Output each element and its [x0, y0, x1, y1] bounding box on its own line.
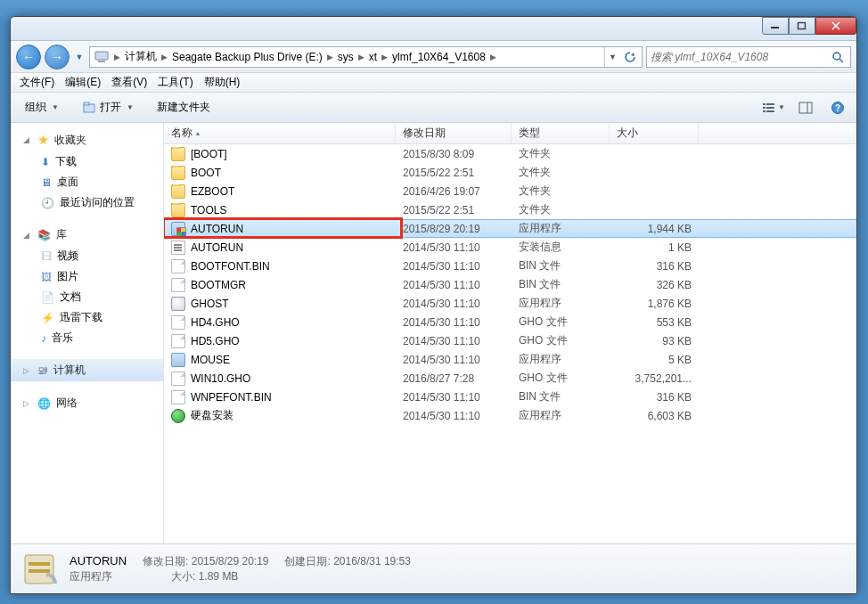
file-date: 2015/5/22 2:51 [396, 167, 512, 179]
crumb-drive[interactable]: Seagate Backup Plus Drive (E:) [170, 51, 324, 63]
chevron-down-icon: ▼ [52, 103, 59, 111]
file-type: 应用程序 [512, 352, 610, 367]
file-row[interactable]: HD5.GHO2014/5/30 11:10GHO 文件93 KB [164, 331, 856, 350]
svg-rect-10 [763, 107, 766, 109]
search-box[interactable] [646, 46, 851, 68]
file-name: WNPEFONT.BIN [191, 391, 272, 404]
clock-icon: 🕘 [41, 197, 54, 209]
document-icon: 📄 [41, 291, 54, 304]
search-input[interactable] [651, 51, 829, 63]
file-date: 2014/5/30 11:10 [396, 410, 512, 422]
column-size[interactable]: 大小 [610, 123, 699, 143]
address-dropdown[interactable]: ▼ [604, 47, 620, 67]
column-type[interactable]: 类型 [512, 123, 610, 143]
breadcrumb[interactable]: ▶ 计算机 ▶ Seagate Backup Plus Drive (E:) ▶… [89, 46, 643, 68]
file-size: 6,603 KB [610, 410, 699, 422]
navigation-sidebar[interactable]: ◢ ★ 收藏夹 ⬇下载 🖥桌面 🕘最近访问的位置 ◢ 📚 库 🎞视频 🖼图片 📄… [11, 123, 164, 543]
history-dropdown[interactable]: ▼ [73, 47, 86, 67]
file-name: MOUSE [191, 354, 230, 366]
file-row[interactable]: [BOOT]2015/8/30 8:09文件夹 [164, 144, 856, 163]
file-row[interactable]: TOOLS2015/5/22 2:51文件夹 [164, 200, 856, 219]
chevron-right-icon: ▶ [159, 53, 170, 61]
file-list-pane: 名称▴ 修改日期 类型 大小 [BOOT]2015/8/30 8:09文件夹BO… [164, 123, 856, 543]
window-controls [762, 17, 856, 35]
file-name: GHOST [191, 298, 229, 310]
sort-caret-icon: ▴ [196, 129, 200, 137]
computer-icon: 🖳 [37, 364, 48, 377]
file-row[interactable]: 硬盘安装2014/5/30 11:10应用程序6,603 KB [164, 406, 856, 425]
crumb-computer[interactable]: 计算机 [123, 49, 159, 64]
sidebar-item-xunlei[interactable]: ⚡迅雷下载 [11, 307, 163, 328]
crumb-xt[interactable]: xt [367, 51, 379, 63]
sidebar-item-video[interactable]: 🎞视频 [11, 246, 163, 266]
sidebar-item-documents[interactable]: 📄文档 [11, 287, 163, 307]
back-button[interactable]: ← [16, 45, 41, 69]
svg-rect-14 [799, 102, 812, 113]
organize-button[interactable]: 组织▼ [18, 97, 66, 118]
file-row[interactable]: WIN10.GHO2016/8/27 7:28GHO 文件3,752,201..… [164, 369, 856, 388]
help-button[interactable]: ? [826, 98, 849, 118]
file-type: 应用程序 [512, 296, 610, 311]
file-type: GHO 文件 [512, 371, 610, 386]
file-icon [171, 278, 185, 292]
search-icon[interactable] [829, 51, 847, 63]
folder-icon [171, 166, 185, 180]
file-row[interactable]: MOUSE2014/5/30 11:10应用程序5 KB [164, 350, 856, 369]
file-icon [171, 334, 185, 348]
maximize-button[interactable] [789, 17, 815, 35]
file-row[interactable]: BOOTMGR2014/5/30 11:10BIN 文件326 KB [164, 275, 856, 294]
forward-button[interactable]: → [45, 45, 70, 69]
file-row[interactable]: AUTORUN2014/5/30 11:10安装信息1 KB [164, 238, 856, 257]
minimize-button[interactable] [762, 17, 789, 35]
sidebar-item-downloads[interactable]: ⬇下载 [11, 151, 163, 172]
column-date[interactable]: 修改日期 [396, 123, 512, 143]
file-date: 2014/5/30 11:10 [396, 335, 512, 347]
menu-view[interactable]: 查看(V) [106, 73, 152, 92]
file-date: 2015/8/29 20:19 [396, 223, 512, 235]
file-row[interactable]: BOOTFONT.BIN2014/5/30 11:10BIN 文件316 KB [164, 257, 856, 275]
menu-edit[interactable]: 编辑(E) [60, 73, 106, 92]
sidebar-item-pictures[interactable]: 🖼图片 [11, 266, 163, 287]
file-row[interactable]: WNPEFONT.BIN2014/5/30 11:10BIN 文件316 KB [164, 388, 856, 406]
sidebar-network[interactable]: ▷ 🌐 网络 [11, 392, 163, 414]
file-type: GHO 文件 [512, 314, 610, 330]
file-row[interactable]: GHOST2014/5/30 11:10应用程序1,876 KB [164, 294, 856, 313]
svg-rect-9 [766, 103, 774, 105]
crumb-current[interactable]: ylmf_10X64_V1608 [390, 51, 487, 63]
sidebar-computer[interactable]: ▷ 🖳 计算机 [11, 359, 163, 381]
sidebar-item-desktop[interactable]: 🖥桌面 [11, 172, 163, 192]
file-row[interactable]: AUTORUN2015/8/29 20:19应用程序1,944 KB [164, 219, 856, 238]
caret-icon: ▷ [23, 399, 32, 408]
computer-icon [94, 49, 110, 65]
file-name: 硬盘安装 [191, 408, 233, 423]
refresh-button[interactable] [620, 47, 640, 67]
file-icon [171, 390, 185, 404]
sidebar-libraries-header[interactable]: ◢ 📚 库 [11, 224, 163, 246]
file-type: 文件夹 [512, 202, 610, 217]
file-row[interactable]: BOOT2015/5/22 2:51文件夹 [164, 163, 856, 182]
svg-rect-19 [29, 562, 50, 566]
preview-pane-button[interactable] [794, 98, 817, 118]
column-name[interactable]: 名称▴ [164, 123, 396, 143]
xunlei-icon: ⚡ [41, 312, 54, 324]
music-icon: ♪ [41, 332, 46, 345]
svg-rect-1 [798, 23, 806, 29]
menu-bar: 文件(F) 编辑(E) 查看(V) 工具(T) 帮助(H) [11, 73, 856, 93]
file-row[interactable]: HD4.GHO2014/5/30 11:10GHO 文件553 KB [164, 313, 856, 331]
open-button[interactable]: 打开▼ [75, 97, 141, 118]
sidebar-item-music[interactable]: ♪音乐 [11, 328, 163, 348]
crumb-sys[interactable]: sys [336, 51, 356, 63]
application-icon [171, 353, 185, 367]
menu-tools[interactable]: 工具(T) [152, 73, 198, 92]
menu-file[interactable]: 文件(F) [14, 73, 60, 92]
menu-help[interactable]: 帮助(H) [199, 73, 246, 92]
new-folder-button[interactable]: 新建文件夹 [150, 97, 217, 118]
svg-rect-8 [763, 103, 766, 105]
details-created-value: 2016/8/31 19:53 [333, 555, 411, 567]
sidebar-item-recent[interactable]: 🕘最近访问的位置 [11, 192, 163, 213]
sidebar-favorites-header[interactable]: ◢ ★ 收藏夹 [11, 128, 163, 151]
file-rows[interactable]: [BOOT]2015/8/30 8:09文件夹BOOT2015/5/22 2:5… [164, 144, 856, 543]
view-options-button[interactable]: ▼ [762, 98, 785, 118]
close-button[interactable] [815, 17, 856, 35]
file-row[interactable]: EZBOOT2016/4/26 19:07文件夹 [164, 182, 856, 200]
